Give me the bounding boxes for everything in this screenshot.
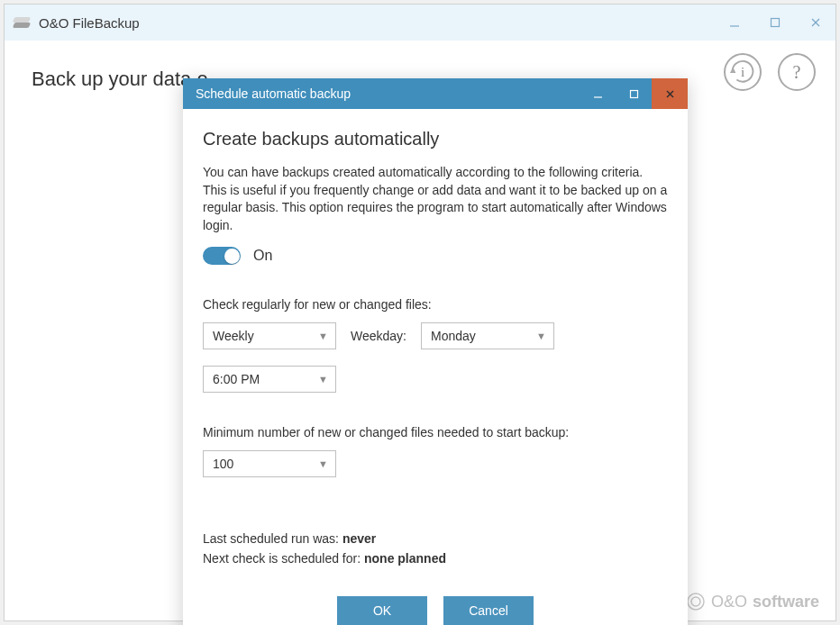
frequency-select[interactable]: Weekly ▼ [203, 322, 336, 349]
last-run-line: Last scheduled run was: never [203, 531, 668, 546]
frequency-row: Weekly ▼ Weekday: Monday ▼ [203, 322, 668, 349]
svg-rect-1 [771, 19, 779, 27]
chevron-down-icon: ▼ [318, 374, 328, 385]
main-maximize-button[interactable] [754, 5, 795, 41]
chevron-down-icon: ▼ [318, 331, 328, 341]
main-area: Back up your data e i ? O&O software Sch [5, 41, 835, 620]
brand-icon [686, 592, 706, 611]
time-value: 6:00 PM [213, 372, 260, 386]
time-row: 6:00 PM ▼ [203, 366, 668, 393]
min-files-value: 100 [213, 457, 233, 471]
page-title: Back up your data e [32, 68, 208, 91]
ok-button[interactable]: OK [337, 596, 427, 625]
main-window: O&O FileBackup Back up your data e i [4, 4, 836, 621]
dialog-maximize-button[interactable] [616, 78, 652, 109]
dialog-titlebar: Schedule automatic backup [183, 78, 688, 109]
dialog-window-controls [580, 78, 688, 109]
svg-rect-9 [630, 90, 637, 97]
schedule-dialog: Schedule automatic backup Create backups… [183, 78, 688, 625]
toggle-row: On [203, 247, 668, 265]
dialog-buttons: OK Cancel [203, 596, 668, 625]
svg-text:i: i [741, 64, 744, 79]
app-title: O&O FileBackup [39, 15, 140, 31]
weekday-label: Weekday: [351, 329, 406, 343]
status-block: Last scheduled run was: never Next check… [203, 531, 668, 566]
min-files-label: Minimum number of new or changed files n… [203, 425, 668, 439]
min-files-row: 100 ▼ [203, 450, 668, 477]
chevron-down-icon: ▼ [318, 458, 328, 469]
weekday-value: Monday [431, 329, 476, 343]
toolbar-icons: i ? [724, 53, 816, 91]
app-icon [12, 15, 32, 30]
last-run-value: never [342, 531, 376, 546]
cancel-button[interactable]: Cancel [443, 596, 534, 625]
last-run-label: Last scheduled run was: [203, 531, 342, 546]
dialog-heading: Create backups automatically [203, 129, 668, 149]
svg-marker-4 [730, 68, 736, 73]
dialog-title: Schedule automatic backup [196, 86, 351, 101]
dialog-close-button[interactable] [652, 78, 688, 109]
main-minimize-button[interactable] [714, 5, 754, 41]
dialog-minimize-button[interactable] [580, 78, 616, 109]
next-check-value: none planned [364, 551, 446, 566]
min-files-select[interactable]: 100 ▼ [203, 450, 336, 477]
schedule-toggle[interactable] [203, 247, 241, 265]
check-label: Check regularly for new or changed files… [203, 297, 668, 312]
svg-point-7 [691, 597, 700, 606]
brand-prefix: O&O [711, 593, 747, 611]
weekday-select[interactable]: Monday ▼ [421, 322, 554, 349]
main-titlebar: O&O FileBackup [5, 5, 835, 41]
main-window-controls [714, 5, 835, 41]
time-select[interactable]: 6:00 PM ▼ [203, 366, 336, 393]
dialog-description: You can have backups created automatical… [203, 164, 668, 234]
chevron-down-icon: ▼ [536, 331, 546, 341]
brand-suffix: software [753, 593, 819, 611]
main-close-button[interactable] [795, 5, 835, 41]
info-refresh-button[interactable]: i [724, 53, 762, 91]
next-check-label: Next check is scheduled for: [203, 551, 364, 566]
svg-point-6 [688, 593, 704, 610]
dialog-body: Create backups automatically You can hav… [183, 109, 688, 625]
frequency-value: Weekly [213, 329, 254, 343]
next-check-line: Next check is scheduled for: none planne… [203, 551, 668, 566]
toggle-label: On [253, 248, 272, 264]
help-button[interactable]: ? [778, 53, 816, 91]
footer-brand: O&O software [686, 592, 819, 611]
